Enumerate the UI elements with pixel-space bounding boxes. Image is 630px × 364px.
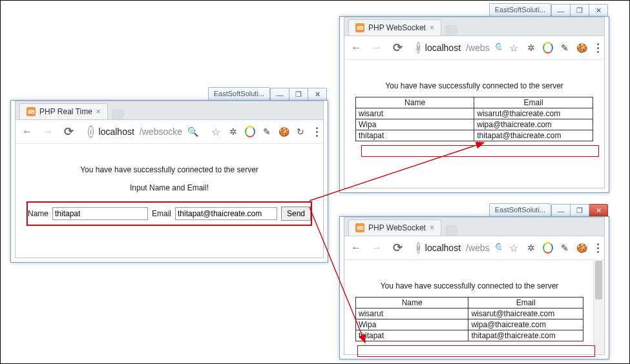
search-icon: 🔍 [187,126,198,137]
reload-button[interactable]: ⟳ [391,41,404,54]
forward-button[interactable]: → [370,41,383,54]
extension-icon[interactable] [543,43,553,53]
table-row: Wipawipa@thaicreate.com [356,319,583,330]
browser-menu-button[interactable] [597,243,599,253]
forward-button[interactable]: → [41,125,54,138]
titlebar-win-a: EastSoftSoluti... — ❐ ✕ [10,87,327,101]
extension-icon[interactable]: ↻ [295,126,306,137]
xampp-icon: ങ [355,223,364,232]
bookmark-star-icon[interactable]: ☆ [211,126,220,138]
site-info-icon: i [417,42,420,54]
col-name: Name [356,97,474,108]
table-row: thitapatthitapat@thaicreate.com [356,330,583,341]
name-label: Name [28,209,48,218]
email-label: Email [152,209,171,218]
browser-menu-button[interactable] [316,127,318,137]
tab-php-websocket[interactable]: ങ PHP WebSocket × [348,219,441,236]
tab-close-icon[interactable]: × [96,107,101,116]
toolbar: ← → ⟳ i localhost/webs 🔍 ☆ ✲ ✎ 🍪 [344,236,604,260]
page-content: You have have successfully connected to … [16,143,322,257]
data-table: Name Email wisarutwisarut@thaicreate.com… [355,297,583,341]
extensions: ✲ ✎ 🍪 [526,243,587,253]
toolbar: ← → ⟳ i localhost/websocke 🔍 ☆ ✲ ✎ 🍪 ↻ [16,120,323,144]
name-input[interactable] [52,207,148,220]
close-icon: ✕ [315,90,320,99]
bookmark-star-icon[interactable]: ☆ [509,42,518,54]
status-text: You have have successfully connected to … [355,281,583,290]
tabbar: ങ PHP WebSocket × [344,17,604,36]
xampp-icon: ങ [26,107,36,116]
extension-icon[interactable]: 🍪 [576,43,587,53]
url-path: /websocke [140,126,182,137]
tabbar: ങ PHP WebSocket × [344,217,604,236]
new-tab-button[interactable] [445,225,458,236]
search-icon: 🔍 [495,43,501,53]
xampp-icon: ങ [355,23,364,32]
site-info-icon: i [417,242,420,254]
extension-icon[interactable]: ✲ [526,43,536,53]
url-host: localhost [425,43,461,53]
tabbar: ങ PHP Real Time × [16,101,323,120]
table-row: thitapatthitapat@thaicreate.com [356,130,593,141]
scrollbar[interactable] [593,259,604,354]
table-header-row: Name Email [356,298,583,308]
scrollbar-thumb[interactable] [595,261,602,299]
back-button[interactable]: ← [350,41,362,54]
titlebar-win-b: EastSoftSoluti... — ❐ ✕ [339,3,608,17]
extension-icon[interactable]: ✎ [262,126,272,137]
new-tab-button[interactable] [112,109,125,119]
titlebar-win-c: EastSoftSoluti... — ❐ ✕ [339,203,608,217]
window-php-websocket-2: ങ PHP WebSocket × ← → ⟳ i localhost/webs… [339,216,609,359]
url-host: localhost [99,126,134,137]
email-input[interactable] [175,207,277,220]
extensions: ✲ ✎ 🍪 [526,43,587,53]
prompt-text: Input Name and Email! [26,183,312,192]
status-text: You have have successfully connected to … [26,165,312,174]
address-bar[interactable]: i localhost/webs 🔍 [412,39,501,56]
search-icon: 🔍 [495,243,501,253]
forward-button[interactable]: → [370,241,383,254]
extension-icon[interactable]: ✲ [228,126,238,137]
taskbar-app-label: EastSoftSoluti... [208,87,270,101]
status-text: You have have successfully connected to … [355,81,593,90]
new-tab-button[interactable] [445,25,458,35]
browser-menu-button[interactable] [597,43,599,53]
send-button[interactable]: Send [281,207,311,221]
reload-button[interactable]: ⟳ [391,241,404,254]
table-header-row: Name Email [356,97,593,108]
col-email: Email [474,97,593,108]
tab-php-websocket[interactable]: ങ PHP WebSocket × [348,19,441,35]
canvas: EastSoftSoluti... — ❐ ✕ EastSoftSoluti..… [0,0,630,364]
tab-title: PHP WebSocket [368,23,426,32]
tab-close-icon[interactable]: × [430,223,434,232]
table-row: wisarutwisarut@thaicreate.com [356,108,593,119]
extension-icon[interactable]: 🍪 [278,126,289,137]
tab-title: PHP WebSocket [368,223,426,232]
extension-icon[interactable]: ✎ [560,243,570,253]
close-icon: ✕ [596,6,602,15]
extensions: ✲ ✎ 🍪 ↻ [228,126,306,137]
page-content: You have have successfully connected to … [345,259,594,354]
tab-php-realtime[interactable]: ങ PHP Real Time × [19,103,108,119]
col-email: Email [468,298,583,308]
address-bar[interactable]: i localhost/websocke 🔍 [83,123,204,140]
col-name: Name [356,298,468,308]
url-path: /webs [466,43,490,53]
reload-button[interactable]: ⟳ [62,125,75,138]
back-button[interactable]: ← [350,241,362,254]
extension-icon[interactable]: ✲ [526,243,536,253]
extension-icon[interactable] [245,126,255,137]
extension-icon[interactable]: ✎ [560,43,570,53]
table-row: wisarutwisarut@thaicreate.com [356,308,583,319]
extension-icon[interactable] [543,243,553,253]
bookmark-star-icon[interactable]: ☆ [509,242,518,254]
table-row: Wipawipa@thaicreate.com [356,119,593,130]
close-icon: ✕ [596,207,602,215]
tab-title: PHP Real Time [39,107,92,116]
address-bar[interactable]: i localhost/webs 🔍 [412,239,501,256]
data-table: Name Email wisarutwisarut@thaicreate.com… [355,97,593,141]
toolbar: ← → ⟳ i localhost/webs 🔍 ☆ ✲ ✎ 🍪 [344,36,604,60]
tab-close-icon[interactable]: × [430,23,434,32]
extension-icon[interactable]: 🍪 [576,243,587,253]
back-button[interactable]: ← [21,125,34,138]
